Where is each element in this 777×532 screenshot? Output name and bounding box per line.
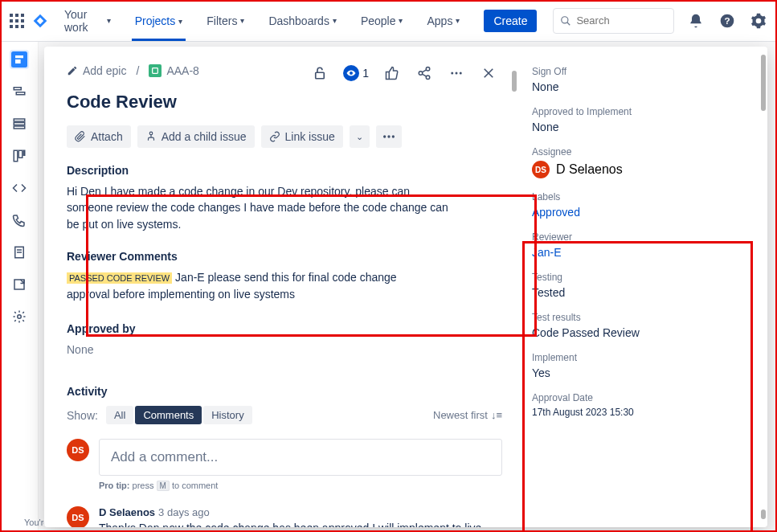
issue-main-panel: Add epic / AAA-8 1 Code Review Attach Ad…: [44, 47, 518, 527]
add-shortcut-icon[interactable]: [10, 275, 29, 294]
tab-comments[interactable]: Comments: [135, 406, 202, 424]
watch-button[interactable]: 1: [343, 65, 369, 81]
approved-impl-value[interactable]: None: [532, 121, 750, 133]
scrollbar-thumb[interactable]: [512, 71, 517, 92]
roadmap-icon[interactable]: [10, 82, 29, 101]
project-settings-icon[interactable]: [10, 307, 29, 326]
activity-filter-row: Show: All Comments History Newest first↓…: [67, 406, 502, 424]
issue-title[interactable]: Code Review: [67, 92, 502, 113]
svg-line-32: [422, 70, 426, 72]
comment-avatar: DS: [67, 506, 89, 527]
help-icon[interactable]: ?: [718, 10, 736, 32]
nav-filters[interactable]: Filters▾: [203, 11, 247, 31]
close-icon[interactable]: [480, 64, 497, 82]
comment-input-row: DS Add a comment... Pro tip: press M to …: [67, 439, 502, 490]
labels-label: Labels: [532, 191, 750, 203]
main-scrollbar[interactable]: [510, 71, 518, 519]
nav-dashboards[interactable]: Dashboards▾: [265, 11, 340, 31]
reviewer-value[interactable]: Jan-E: [532, 246, 750, 259]
watch-count: 1: [362, 67, 369, 80]
search-box[interactable]: [553, 8, 673, 34]
like-icon[interactable]: [383, 64, 401, 82]
notifications-icon[interactable]: [687, 10, 705, 32]
svg-point-40: [383, 135, 386, 137]
nav-apps[interactable]: Apps▾: [423, 11, 463, 31]
comment-author[interactable]: D Selaenos: [99, 506, 155, 518]
approved-by-value[interactable]: None: [67, 342, 502, 358]
page-icon[interactable]: [10, 243, 29, 262]
add-epic-label: Add epic: [83, 64, 126, 77]
lock-icon[interactable]: [311, 64, 329, 82]
assignee-value[interactable]: DS D Selaenos: [532, 161, 750, 178]
svg-rect-6: [10, 25, 13, 28]
tip-key: M: [157, 481, 170, 491]
svg-rect-21: [23, 150, 25, 155]
share-icon[interactable]: [415, 64, 433, 82]
code-icon[interactable]: [10, 178, 29, 198]
side-scrollbar[interactable]: [759, 55, 767, 519]
comment-meta: D Selaenos3 days ago: [99, 506, 502, 518]
settings-icon[interactable]: [749, 10, 767, 32]
breadcrumb-separator: /: [136, 64, 139, 77]
comment-input[interactable]: Add a comment...: [99, 439, 502, 476]
svg-point-34: [451, 72, 453, 75]
add-epic-link[interactable]: Add epic: [67, 64, 126, 77]
comment-time: 3 days ago: [158, 506, 210, 518]
issue-type-icon: [149, 64, 162, 77]
description-text[interactable]: Hi Den I have made a code change in our …: [67, 183, 452, 232]
issue-key-link[interactable]: AAA-8: [149, 64, 198, 77]
more-actions-icon[interactable]: [448, 64, 465, 82]
scrollbar-thumb[interactable]: [761, 55, 766, 111]
testing-label: Testing: [532, 272, 750, 283]
app-switcher-icon[interactable]: [10, 13, 24, 29]
sign-off-value[interactable]: None: [532, 80, 750, 93]
link-dropdown-button[interactable]: ⌄: [350, 125, 370, 148]
issue-header-actions: 1: [311, 64, 497, 82]
create-button[interactable]: Create: [484, 10, 537, 32]
board-icon[interactable]: [10, 146, 29, 166]
nav-projects[interactable]: Projects▾: [132, 11, 186, 41]
chevron-down-icon: ▾: [178, 17, 182, 26]
link-label: Link issue: [285, 130, 335, 143]
reviewer-comments-text[interactable]: PASSED CODE REVIEWJan-E please send this…: [67, 269, 420, 303]
test-results-value[interactable]: Code Passed Review: [532, 326, 750, 339]
search-input[interactable]: [576, 14, 666, 27]
sort-toggle[interactable]: Newest first↓≡: [433, 409, 502, 421]
jira-logo-icon[interactable]: [32, 13, 48, 29]
more-toolbar-button[interactable]: [376, 125, 402, 148]
attach-button[interactable]: Attach: [67, 125, 131, 148]
description-label: Description: [67, 164, 502, 177]
labels-value[interactable]: Approved: [532, 206, 750, 219]
issue-toolbar: Attach Add a child issue Link issue ⌄: [67, 125, 502, 148]
svg-rect-3: [10, 19, 13, 23]
nav-your-work[interactable]: Your work▾: [61, 5, 114, 37]
nav-people[interactable]: People▾: [358, 11, 407, 31]
nav-label: Filters: [207, 14, 237, 27]
approved-by-label: Approved by: [67, 322, 502, 335]
link-issue-button[interactable]: Link issue: [261, 125, 343, 148]
svg-point-39: [149, 132, 153, 135]
reviewer-label: Reviewer: [532, 231, 750, 243]
backlog-icon[interactable]: [10, 114, 29, 133]
testing-value[interactable]: Tested: [532, 286, 750, 299]
show-label: Show:: [67, 409, 98, 422]
activity-tabs: All Comments History: [106, 406, 252, 424]
scrollbar-thumb[interactable]: [761, 509, 766, 519]
approval-date-value[interactable]: 17th August 2023 15:30: [532, 407, 750, 418]
tab-all[interactable]: All: [106, 406, 133, 424]
svg-point-29: [426, 68, 430, 72]
tab-history[interactable]: History: [203, 406, 252, 424]
implement-value[interactable]: Yes: [532, 366, 750, 379]
link-icon: [269, 131, 280, 142]
svg-rect-15: [16, 92, 25, 95]
project-icon[interactable]: [10, 50, 29, 69]
svg-rect-28: [316, 72, 325, 79]
svg-line-33: [422, 74, 426, 76]
phone-icon[interactable]: [10, 211, 29, 230]
assignee-label: Assignee: [532, 146, 750, 158]
chevron-down-icon: ⌄: [356, 132, 363, 142]
add-child-button[interactable]: Add a child issue: [137, 125, 255, 148]
issue-modal: Add epic / AAA-8 1 Code Review Attach Ad…: [44, 47, 767, 527]
svg-rect-16: [14, 119, 25, 121]
passed-review-badge: PASSED CODE REVIEW: [67, 272, 172, 284]
